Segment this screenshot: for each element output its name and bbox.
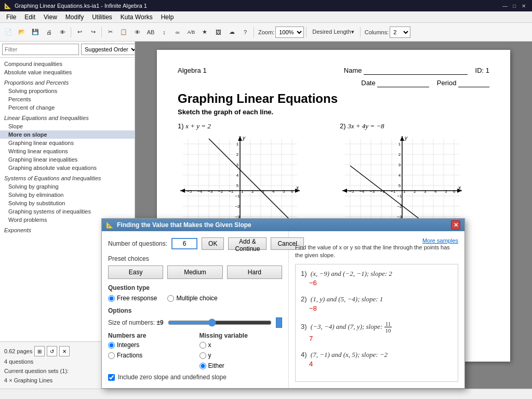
hard-btn[interactable]: Hard — [227, 265, 282, 279]
sidebar-item-percents[interactable]: Percents — [0, 95, 135, 103]
id-label: ID: 1 — [475, 66, 489, 74]
close-btn[interactable]: ✕ — [520, 2, 528, 10]
fractions-radio[interactable]: Fractions — [108, 352, 191, 359]
category-proportions: Proportions and Percents — [0, 76, 135, 87]
help-btn[interactable]: ? — [239, 26, 251, 38]
dialog-title: Finding the Value that Makes the Given S… — [117, 221, 251, 229]
titlebar-left: 📐 Graphing Linear Equations.ks-ia1 - Inf… — [4, 3, 147, 9]
minimize-btn[interactable]: — — [501, 2, 509, 10]
svg-text:−1: −1 — [391, 189, 396, 194]
preview-description: Find the value of x or y so that the lin… — [295, 244, 458, 260]
sidebar-icon-btn2[interactable]: ↺ — [47, 346, 57, 356]
ab-btn[interactable]: A/B — [185, 26, 197, 38]
period-label: Period — [437, 79, 457, 87]
order-select[interactable]: Suggested Order — [81, 44, 135, 55]
svg-text:−3: −3 — [208, 189, 213, 194]
x-radio[interactable]: x — [200, 341, 283, 349]
sidebar-item-absolute[interactable]: Absolute value inequalities — [0, 68, 135, 76]
numbers-col: Numbers are Integers Fractions — [108, 332, 191, 369]
size-slider-row: Size of numbers: ±9 — [108, 317, 282, 328]
options-grid: Numbers are Integers Fractions Missing v… — [108, 332, 282, 369]
sep4 — [306, 27, 307, 37]
menu-edit[interactable]: Edit — [20, 12, 39, 22]
menu-kutaworks[interactable]: Kuta Works — [116, 12, 157, 22]
sidebar-item-solving-graphing[interactable]: Solving by graphing — [0, 182, 135, 191]
sidebar-item-graphing-inequalities[interactable]: Graphing linear inequalities — [0, 155, 135, 164]
svg-text:5: 5 — [236, 183, 239, 188]
cloud-btn[interactable]: ☁ — [225, 26, 238, 38]
sidebar-icon-btn3[interactable]: ✕ — [59, 346, 70, 356]
copy-btn[interactable]: 📋 — [117, 26, 130, 38]
size-slider[interactable] — [168, 318, 272, 327]
svg-text:−5: −5 — [349, 189, 354, 194]
integers-radio[interactable]: Integers — [108, 341, 191, 349]
num-questions-label: Number of questions: — [108, 240, 167, 247]
sidebar-item-slope[interactable]: Slope — [0, 122, 135, 130]
spell-btn[interactable]: AB — [144, 26, 157, 38]
sort-btn[interactable]: ↕ — [158, 26, 170, 38]
sidebar-item-solving-elimination[interactable]: Solving by elimination — [0, 191, 135, 199]
sidebar-item-more-slope[interactable]: More on slope — [0, 130, 135, 139]
sidebar-item-solving-substitution[interactable]: Solving by substitution — [0, 199, 135, 207]
sidebar-item-solving-proportions[interactable]: Solving proportions — [0, 87, 135, 95]
star-btn[interactable]: ★ — [198, 26, 211, 38]
sidebar-icon-btn1[interactable]: ⊞ — [34, 346, 45, 356]
zoom-select[interactable]: 100% 75% 150% — [275, 26, 304, 38]
svg-text:5: 5 — [398, 183, 401, 188]
sidebar-item-graphing-absolute[interactable]: Graphing absolute value equations — [0, 164, 135, 172]
svg-text:5: 5 — [445, 189, 447, 194]
desired-length-btn[interactable]: Desired Length▾ — [309, 26, 358, 38]
num-questions-row: Number of questions: OK Add & Continue C… — [108, 237, 282, 250]
free-response-radio[interactable]: Free response — [108, 295, 157, 302]
multiple-choice-radio[interactable]: Multiple choice — [167, 295, 217, 302]
preview-answer-3: 7 — [309, 335, 453, 342]
svg-text:6: 6 — [453, 189, 456, 194]
app-icon: 📐 — [4, 3, 11, 9]
add-continue-btn[interactable]: Add & Continue — [228, 237, 267, 250]
print-btn[interactable]: 🖨 — [43, 26, 55, 38]
link-btn[interactable]: ∞ — [171, 26, 184, 38]
sidebar-item-compound[interactable]: Compound inequalities — [0, 60, 135, 68]
img-btn[interactable]: 🖼 — [212, 26, 224, 38]
preview-btn[interactable]: 👁 — [56, 26, 69, 38]
svg-text:2: 2 — [414, 189, 416, 194]
save-btn[interactable]: 💾 — [29, 26, 42, 38]
more-samples-link[interactable]: More samples — [422, 237, 458, 244]
dialog-close-btn[interactable]: ✕ — [451, 220, 460, 230]
menu-view[interactable]: View — [39, 12, 61, 22]
menu-help[interactable]: Help — [157, 12, 178, 22]
ok-btn[interactable]: OK — [202, 237, 224, 250]
page-header-right: Name ID: 1 Date Period — [344, 66, 489, 87]
name-label: Name — [344, 66, 362, 74]
svg-text:3: 3 — [398, 163, 401, 167]
eye-btn[interactable]: 👁 — [131, 26, 143, 38]
sidebar-item-percent-change[interactable]: Percent of change — [0, 103, 135, 112]
either-radio[interactable]: Either — [200, 362, 283, 369]
easy-btn[interactable]: Easy — [108, 265, 163, 279]
category-systems: Systems of Equations and Inequalities — [0, 172, 135, 182]
redo-btn[interactable]: ↪ — [87, 26, 99, 38]
columns-select[interactable]: 2 1 3 — [390, 26, 410, 38]
cut-btn[interactable]: ✂ — [104, 26, 116, 38]
medium-btn[interactable]: Medium — [167, 265, 222, 279]
new-btn[interactable]: 📄 — [2, 26, 15, 38]
columns-label: Columns: — [365, 29, 389, 35]
menu-utilities[interactable]: Utilities — [88, 12, 116, 22]
y-radio[interactable]: y — [200, 352, 283, 359]
missing-var-label: Missing variable — [200, 332, 283, 339]
menu-modify[interactable]: Modify — [61, 12, 88, 22]
dialog-right-panel: More samples Find the value of x or y so… — [289, 231, 464, 388]
include-zero-checkbox[interactable]: Include zero slope and undefined slope — [108, 374, 282, 381]
sidebar-item-writing-linear[interactable]: Writing linear equations — [0, 147, 135, 155]
svg-text:4: 4 — [398, 173, 401, 178]
sidebar-item-graphing-linear[interactable]: Graphing linear equations — [0, 139, 135, 147]
open-btn[interactable]: 📂 — [16, 26, 28, 38]
sidebar-item-graphing-systems[interactable]: Graphing systems of inequalities — [0, 207, 135, 216]
numbers-are-label: Numbers are — [108, 332, 191, 339]
undo-btn[interactable]: ↩ — [73, 26, 86, 38]
num-questions-input[interactable] — [171, 238, 197, 249]
maximize-btn[interactable]: □ — [510, 2, 518, 10]
menu-file[interactable]: File — [2, 12, 20, 22]
filter-input[interactable] — [2, 44, 79, 55]
missing-var-col: Missing variable x y Either — [200, 332, 283, 369]
